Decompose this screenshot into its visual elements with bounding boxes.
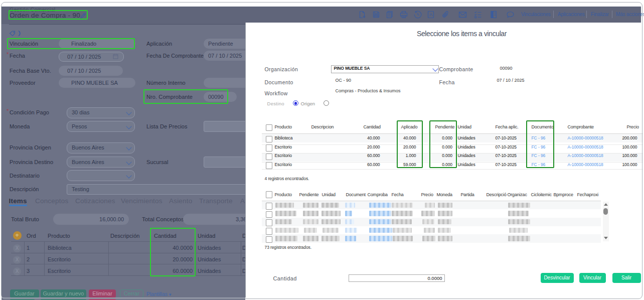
svg-text:A: A — [429, 12, 432, 17]
